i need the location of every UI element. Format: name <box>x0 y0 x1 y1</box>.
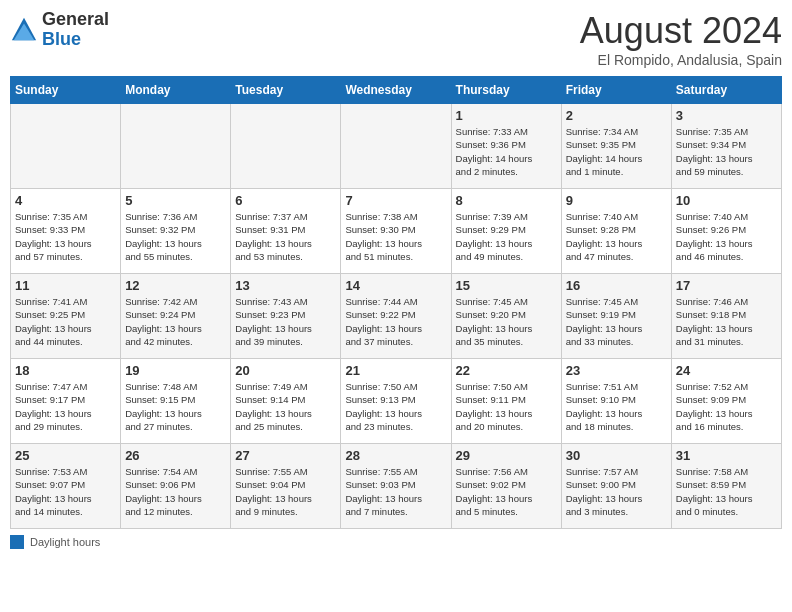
day-number: 15 <box>456 278 557 293</box>
calendar-cell: 30Sunrise: 7:57 AMSunset: 9:00 PMDayligh… <box>561 444 671 529</box>
day-info-text: Sunrise: 7:55 AMSunset: 9:03 PMDaylight:… <box>345 465 446 518</box>
calendar-cell: 8Sunrise: 7:39 AMSunset: 9:29 PMDaylight… <box>451 189 561 274</box>
day-number: 19 <box>125 363 226 378</box>
weekday-header-row: SundayMondayTuesdayWednesdayThursdayFrid… <box>11 77 782 104</box>
location-subtitle: El Rompido, Andalusia, Spain <box>580 52 782 68</box>
day-number: 28 <box>345 448 446 463</box>
day-number: 30 <box>566 448 667 463</box>
day-info-text: Sunrise: 7:56 AMSunset: 9:02 PMDaylight:… <box>456 465 557 518</box>
calendar-cell: 25Sunrise: 7:53 AMSunset: 9:07 PMDayligh… <box>11 444 121 529</box>
day-number: 31 <box>676 448 777 463</box>
week-row-2: 4Sunrise: 7:35 AMSunset: 9:33 PMDaylight… <box>11 189 782 274</box>
day-info-text: Sunrise: 7:45 AMSunset: 9:20 PMDaylight:… <box>456 295 557 348</box>
month-year-title: August 2024 <box>580 10 782 52</box>
day-number: 10 <box>676 193 777 208</box>
day-number: 29 <box>456 448 557 463</box>
calendar-cell: 22Sunrise: 7:50 AMSunset: 9:11 PMDayligh… <box>451 359 561 444</box>
calendar-cell: 6Sunrise: 7:37 AMSunset: 9:31 PMDaylight… <box>231 189 341 274</box>
calendar-cell: 4Sunrise: 7:35 AMSunset: 9:33 PMDaylight… <box>11 189 121 274</box>
calendar-cell <box>11 104 121 189</box>
day-number: 20 <box>235 363 336 378</box>
calendar-cell: 19Sunrise: 7:48 AMSunset: 9:15 PMDayligh… <box>121 359 231 444</box>
day-info-text: Sunrise: 7:50 AMSunset: 9:11 PMDaylight:… <box>456 380 557 433</box>
calendar-cell: 29Sunrise: 7:56 AMSunset: 9:02 PMDayligh… <box>451 444 561 529</box>
legend-box-icon <box>10 535 24 549</box>
day-info-text: Sunrise: 7:54 AMSunset: 9:06 PMDaylight:… <box>125 465 226 518</box>
weekday-header-thursday: Thursday <box>451 77 561 104</box>
day-info-text: Sunrise: 7:35 AMSunset: 9:33 PMDaylight:… <box>15 210 116 263</box>
calendar-cell: 24Sunrise: 7:52 AMSunset: 9:09 PMDayligh… <box>671 359 781 444</box>
day-info-text: Sunrise: 7:36 AMSunset: 9:32 PMDaylight:… <box>125 210 226 263</box>
day-info-text: Sunrise: 7:38 AMSunset: 9:30 PMDaylight:… <box>345 210 446 263</box>
weekday-header-saturday: Saturday <box>671 77 781 104</box>
day-number: 9 <box>566 193 667 208</box>
day-info-text: Sunrise: 7:45 AMSunset: 9:19 PMDaylight:… <box>566 295 667 348</box>
calendar-cell: 23Sunrise: 7:51 AMSunset: 9:10 PMDayligh… <box>561 359 671 444</box>
calendar-cell: 28Sunrise: 7:55 AMSunset: 9:03 PMDayligh… <box>341 444 451 529</box>
calendar-cell: 31Sunrise: 7:58 AMSunset: 8:59 PMDayligh… <box>671 444 781 529</box>
weekday-header-sunday: Sunday <box>11 77 121 104</box>
calendar-cell: 11Sunrise: 7:41 AMSunset: 9:25 PMDayligh… <box>11 274 121 359</box>
logo-blue-text: Blue <box>42 29 81 49</box>
day-info-text: Sunrise: 7:41 AMSunset: 9:25 PMDaylight:… <box>15 295 116 348</box>
day-info-text: Sunrise: 7:33 AMSunset: 9:36 PMDaylight:… <box>456 125 557 178</box>
calendar-cell: 1Sunrise: 7:33 AMSunset: 9:36 PMDaylight… <box>451 104 561 189</box>
day-number: 25 <box>15 448 116 463</box>
day-info-text: Sunrise: 7:42 AMSunset: 9:24 PMDaylight:… <box>125 295 226 348</box>
day-info-text: Sunrise: 7:44 AMSunset: 9:22 PMDaylight:… <box>345 295 446 348</box>
calendar-cell: 9Sunrise: 7:40 AMSunset: 9:28 PMDaylight… <box>561 189 671 274</box>
calendar-cell <box>341 104 451 189</box>
day-info-text: Sunrise: 7:40 AMSunset: 9:26 PMDaylight:… <box>676 210 777 263</box>
day-number: 6 <box>235 193 336 208</box>
logo-text: General Blue <box>42 10 109 50</box>
calendar-table: SundayMondayTuesdayWednesdayThursdayFrid… <box>10 76 782 529</box>
day-info-text: Sunrise: 7:58 AMSunset: 8:59 PMDaylight:… <box>676 465 777 518</box>
day-info-text: Sunrise: 7:37 AMSunset: 9:31 PMDaylight:… <box>235 210 336 263</box>
day-info-text: Sunrise: 7:48 AMSunset: 9:15 PMDaylight:… <box>125 380 226 433</box>
day-info-text: Sunrise: 7:40 AMSunset: 9:28 PMDaylight:… <box>566 210 667 263</box>
week-row-1: 1Sunrise: 7:33 AMSunset: 9:36 PMDaylight… <box>11 104 782 189</box>
logo: General Blue <box>10 10 109 50</box>
day-number: 22 <box>456 363 557 378</box>
day-number: 2 <box>566 108 667 123</box>
week-row-4: 18Sunrise: 7:47 AMSunset: 9:17 PMDayligh… <box>11 359 782 444</box>
day-info-text: Sunrise: 7:35 AMSunset: 9:34 PMDaylight:… <box>676 125 777 178</box>
footer-legend: Daylight hours <box>10 535 782 549</box>
weekday-header-monday: Monday <box>121 77 231 104</box>
week-row-3: 11Sunrise: 7:41 AMSunset: 9:25 PMDayligh… <box>11 274 782 359</box>
calendar-cell: 26Sunrise: 7:54 AMSunset: 9:06 PMDayligh… <box>121 444 231 529</box>
day-info-text: Sunrise: 7:34 AMSunset: 9:35 PMDaylight:… <box>566 125 667 178</box>
calendar-cell: 20Sunrise: 7:49 AMSunset: 9:14 PMDayligh… <box>231 359 341 444</box>
day-number: 7 <box>345 193 446 208</box>
legend-label: Daylight hours <box>30 536 100 548</box>
calendar-cell: 7Sunrise: 7:38 AMSunset: 9:30 PMDaylight… <box>341 189 451 274</box>
day-number: 17 <box>676 278 777 293</box>
calendar-cell: 13Sunrise: 7:43 AMSunset: 9:23 PMDayligh… <box>231 274 341 359</box>
day-number: 1 <box>456 108 557 123</box>
calendar-cell: 15Sunrise: 7:45 AMSunset: 9:20 PMDayligh… <box>451 274 561 359</box>
calendar-cell: 2Sunrise: 7:34 AMSunset: 9:35 PMDaylight… <box>561 104 671 189</box>
calendar-cell: 12Sunrise: 7:42 AMSunset: 9:24 PMDayligh… <box>121 274 231 359</box>
logo-general-text: General <box>42 9 109 29</box>
day-number: 11 <box>15 278 116 293</box>
calendar-cell: 16Sunrise: 7:45 AMSunset: 9:19 PMDayligh… <box>561 274 671 359</box>
weekday-header-wednesday: Wednesday <box>341 77 451 104</box>
day-number: 8 <box>456 193 557 208</box>
day-info-text: Sunrise: 7:47 AMSunset: 9:17 PMDaylight:… <box>15 380 116 433</box>
day-number: 24 <box>676 363 777 378</box>
day-info-text: Sunrise: 7:53 AMSunset: 9:07 PMDaylight:… <box>15 465 116 518</box>
day-number: 26 <box>125 448 226 463</box>
day-info-text: Sunrise: 7:39 AMSunset: 9:29 PMDaylight:… <box>456 210 557 263</box>
calendar-cell: 5Sunrise: 7:36 AMSunset: 9:32 PMDaylight… <box>121 189 231 274</box>
day-number: 12 <box>125 278 226 293</box>
calendar-cell <box>121 104 231 189</box>
title-area: August 2024 El Rompido, Andalusia, Spain <box>580 10 782 68</box>
calendar-cell: 3Sunrise: 7:35 AMSunset: 9:34 PMDaylight… <box>671 104 781 189</box>
day-info-text: Sunrise: 7:43 AMSunset: 9:23 PMDaylight:… <box>235 295 336 348</box>
day-info-text: Sunrise: 7:52 AMSunset: 9:09 PMDaylight:… <box>676 380 777 433</box>
day-info-text: Sunrise: 7:57 AMSunset: 9:00 PMDaylight:… <box>566 465 667 518</box>
day-info-text: Sunrise: 7:46 AMSunset: 9:18 PMDaylight:… <box>676 295 777 348</box>
day-info-text: Sunrise: 7:51 AMSunset: 9:10 PMDaylight:… <box>566 380 667 433</box>
day-info-text: Sunrise: 7:49 AMSunset: 9:14 PMDaylight:… <box>235 380 336 433</box>
calendar-cell <box>231 104 341 189</box>
